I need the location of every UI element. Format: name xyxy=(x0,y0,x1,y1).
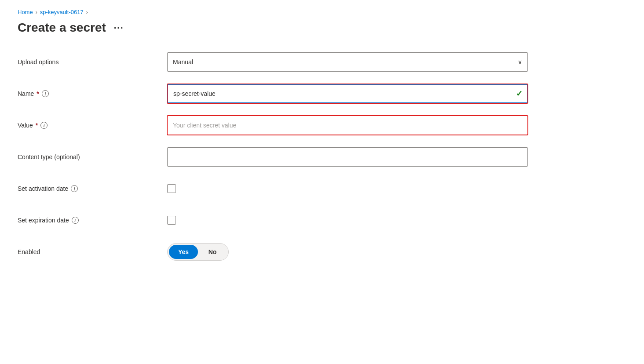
more-options-button[interactable]: ··· xyxy=(111,22,127,34)
page-header: Create a secret ··· xyxy=(18,21,626,35)
value-row: Value * i xyxy=(18,116,626,135)
upload-options-row: Upload options Manual ∨ xyxy=(18,52,626,72)
check-icon: ✓ xyxy=(516,89,523,98)
expiration-date-checkbox[interactable] xyxy=(167,216,176,225)
activation-date-checkbox-wrapper xyxy=(167,184,528,193)
upload-options-dropdown[interactable]: Manual ∨ xyxy=(167,52,528,72)
breadcrumb-sep-1: › xyxy=(36,9,37,15)
page-title: Create a secret xyxy=(18,21,106,35)
breadcrumb-sep-2: › xyxy=(86,9,88,15)
name-input[interactable] xyxy=(167,84,528,103)
page-container: Home › sp-keyvault-0617 › Create a secre… xyxy=(0,0,644,291)
content-type-label: Content type (optional) xyxy=(18,153,167,160)
name-required-star: * xyxy=(37,90,39,97)
form-container: Upload options Manual ∨ Name * i ✓ xyxy=(18,52,626,262)
activation-date-control xyxy=(167,184,528,193)
name-label: Name * i xyxy=(18,90,167,97)
activation-date-row: Set activation date i xyxy=(18,179,626,198)
value-input-wrapper xyxy=(167,116,528,135)
content-type-control xyxy=(167,147,528,167)
breadcrumb-keyvault[interactable]: sp-keyvault-0617 xyxy=(40,9,84,15)
expiration-date-row: Set expiration date i xyxy=(18,211,626,230)
activation-date-checkbox[interactable] xyxy=(167,184,176,193)
value-input[interactable] xyxy=(167,116,528,135)
enabled-row: Enabled Yes No xyxy=(18,242,626,262)
enabled-no-button[interactable]: No xyxy=(198,245,227,259)
value-label: Value * i xyxy=(18,122,167,129)
expiration-date-checkbox-wrapper xyxy=(167,216,528,225)
chevron-down-icon: ∨ xyxy=(518,58,522,66)
expiration-date-label: Set expiration date i xyxy=(18,217,167,224)
enabled-toggle: Yes No xyxy=(167,243,229,261)
breadcrumb-home[interactable]: Home xyxy=(18,9,33,15)
name-info-icon[interactable]: i xyxy=(42,90,49,97)
enabled-label: Enabled xyxy=(18,248,167,255)
name-input-wrapper: ✓ xyxy=(167,84,528,103)
activation-date-label: Set activation date i xyxy=(18,185,167,192)
upload-options-label: Upload options xyxy=(18,58,167,66)
upload-options-control: Manual ∨ xyxy=(167,52,528,72)
expiration-date-control xyxy=(167,216,528,225)
value-required-star: * xyxy=(36,122,38,129)
content-type-row: Content type (optional) xyxy=(18,147,626,167)
activation-date-info-icon[interactable]: i xyxy=(71,185,78,192)
value-info-icon[interactable]: i xyxy=(40,122,48,129)
enabled-yes-button[interactable]: Yes xyxy=(169,245,198,259)
content-type-input[interactable] xyxy=(167,147,528,167)
upload-options-value: Manual xyxy=(173,58,193,66)
name-row: Name * i ✓ xyxy=(18,84,626,103)
breadcrumb: Home › sp-keyvault-0617 › xyxy=(18,9,626,15)
name-control: ✓ xyxy=(167,84,528,103)
expiration-date-info-icon[interactable]: i xyxy=(72,217,79,224)
value-control xyxy=(167,116,528,135)
enabled-control: Yes No xyxy=(167,243,528,261)
